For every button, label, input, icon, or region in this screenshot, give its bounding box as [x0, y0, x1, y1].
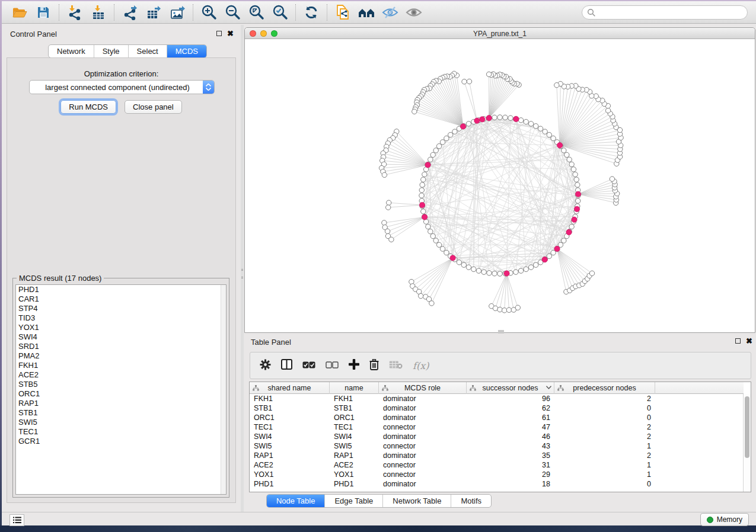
- hide-selected-button[interactable]: [378, 3, 402, 22]
- zoom-fit-button[interactable]: [244, 3, 268, 22]
- show-columns-button[interactable]: [281, 359, 292, 372]
- toolbar-separator: [295, 4, 296, 21]
- tab-edge-table[interactable]: Edge Table: [325, 495, 383, 507]
- tab-motifs[interactable]: Motifs: [451, 495, 491, 507]
- mcds-result-group: MCDS result (17 nodes) PHD1CAR1STP4TID3Y…: [12, 278, 229, 498]
- column-header-MCDS-role[interactable]: MCDS role: [379, 382, 467, 394]
- table-cell: RAP1: [250, 451, 330, 460]
- table-cell: ORC1: [330, 413, 379, 422]
- show-all-button[interactable]: [402, 3, 426, 22]
- table-row[interactable]: ACE2ACE2connector311: [250, 460, 744, 470]
- table-row[interactable]: SWI4SWI4dominator462: [250, 432, 744, 441]
- network-window: YPA_prune.txt_1: [244, 27, 755, 333]
- mcds-result-item[interactable]: SWI5: [16, 418, 226, 427]
- criterion-dropdown[interactable]: largest connected component (undirected): [29, 80, 215, 94]
- column-header-name[interactable]: name: [330, 382, 379, 394]
- mcds-result-item[interactable]: PMA2: [16, 351, 226, 361]
- table-cell: connector: [379, 460, 467, 470]
- tab-network[interactable]: Network: [49, 45, 94, 57]
- duplicate-network-button[interactable]: [331, 3, 355, 22]
- table-row[interactable]: PHD1PHD1dominator180: [250, 479, 744, 489]
- zoom-selected-button[interactable]: [268, 3, 292, 22]
- column-tree-icon: [382, 385, 388, 391]
- table-row[interactable]: ORC1ORC1dominator610: [250, 413, 744, 422]
- network-canvas[interactable]: [245, 40, 755, 332]
- export-image-button[interactable]: [165, 3, 189, 22]
- export-table-button[interactable]: [142, 3, 165, 22]
- table-scrollbar-thumb[interactable]: [745, 396, 749, 458]
- table-cell: 46: [467, 432, 554, 441]
- mcds-result-item[interactable]: CAR1: [16, 294, 226, 304]
- import-network-button[interactable]: [63, 3, 87, 22]
- refresh-layout-button[interactable]: [299, 3, 323, 22]
- mcds-result-item[interactable]: ACE2: [16, 370, 226, 380]
- select-all-checkboxes-button[interactable]: [302, 360, 315, 371]
- mcds-result-item[interactable]: ORC1: [16, 389, 226, 399]
- tab-select[interactable]: Select: [129, 45, 167, 57]
- table-row[interactable]: YOX1YOX1connector291: [250, 470, 744, 479]
- run-mcds-button[interactable]: Run MCDS: [60, 100, 116, 114]
- close-panel-button[interactable]: Close panel: [125, 100, 182, 114]
- tab-mcds[interactable]: MCDS: [167, 45, 206, 57]
- table-row[interactable]: RAP1RAP1dominator352: [250, 451, 744, 460]
- mcds-result-item[interactable]: TID3: [16, 313, 226, 323]
- table-scrollbar[interactable]: [743, 394, 751, 492]
- table-settings-button[interactable]: [260, 359, 271, 373]
- column-tree-icon: [253, 385, 259, 391]
- zoom-out-button[interactable]: [221, 3, 244, 22]
- tab-node-table[interactable]: Node Table: [267, 495, 326, 507]
- column-header-successor-nodes[interactable]: successor nodes: [467, 382, 554, 394]
- function-builder-button[interactable]: f(x): [413, 360, 429, 371]
- zoom-in-button[interactable]: [197, 3, 221, 22]
- mcds-result-item[interactable]: FKH1: [16, 361, 226, 370]
- table-cell: PHD1: [330, 479, 379, 489]
- mcds-result-item[interactable]: STP4: [16, 304, 226, 313]
- table-cell: 0: [554, 413, 655, 422]
- mcds-result-item[interactable]: SRD1: [16, 342, 226, 351]
- table-cell: SWI5: [330, 441, 379, 451]
- mcds-list-scrollbar[interactable]: [221, 285, 226, 494]
- table-row[interactable]: STB1STB1dominator620: [250, 403, 744, 413]
- export-table-icon: [146, 5, 161, 20]
- toolbar-separator: [327, 4, 327, 21]
- deselect-all-checkboxes-button[interactable]: [326, 360, 339, 371]
- control-panel-close-icon[interactable]: ✖: [227, 31, 234, 36]
- mcds-result-item[interactable]: YOX1: [16, 323, 226, 332]
- table-row[interactable]: SWI5SWI5connector431: [250, 441, 744, 451]
- mcds-result-item[interactable]: STB5: [16, 380, 226, 389]
- task-history-button[interactable]: [9, 514, 24, 526]
- import-table-button[interactable]: [87, 3, 110, 22]
- open-file-button[interactable]: [8, 3, 31, 22]
- mcds-result-item[interactable]: RAP1: [16, 399, 226, 408]
- table-panel-close-icon[interactable]: ✖: [746, 338, 752, 344]
- zoom-in-icon: [201, 4, 217, 20]
- mcds-result-item[interactable]: GCR1: [16, 437, 226, 446]
- first-neighbors-button[interactable]: [355, 3, 378, 22]
- table-cell: FKH1: [330, 394, 379, 403]
- tab-network-table[interactable]: Network Table: [383, 495, 451, 507]
- table-row[interactable]: FKH1FKH1dominator962: [250, 394, 744, 403]
- memory-button[interactable]: Memory: [700, 513, 749, 526]
- mcds-result-item[interactable]: PHD1: [16, 285, 226, 294]
- table-cell: 47: [467, 422, 554, 432]
- table-cell: 96: [467, 394, 554, 403]
- export-network-button[interactable]: [118, 3, 142, 22]
- network-window-titlebar[interactable]: YPA_prune.txt_1: [245, 28, 755, 39]
- mcds-result-item[interactable]: TEC1: [16, 427, 226, 437]
- search-input[interactable]: [596, 7, 747, 18]
- mcds-result-item[interactable]: SWI4: [16, 332, 226, 342]
- network-hscroll-handle[interactable]: [498, 330, 504, 334]
- list-icon: [13, 517, 21, 524]
- delete-column-button[interactable]: [369, 359, 379, 373]
- control-panel-float-icon[interactable]: [216, 31, 222, 36]
- table-row[interactable]: TEC1TEC1connector472: [250, 422, 744, 432]
- mcds-result-item[interactable]: STB1: [16, 408, 226, 418]
- column-header-predecessor-nodes[interactable]: predecessor nodes: [554, 382, 655, 394]
- add-column-button[interactable]: [349, 359, 359, 372]
- save-session-button[interactable]: [31, 3, 55, 22]
- column-header-shared-name[interactable]: shared name: [250, 382, 330, 394]
- table-panel-float-icon[interactable]: [735, 338, 741, 344]
- import-network-icon: [67, 5, 82, 20]
- tab-style[interactable]: Style: [94, 45, 129, 57]
- delete-table-button[interactable]: [389, 360, 403, 371]
